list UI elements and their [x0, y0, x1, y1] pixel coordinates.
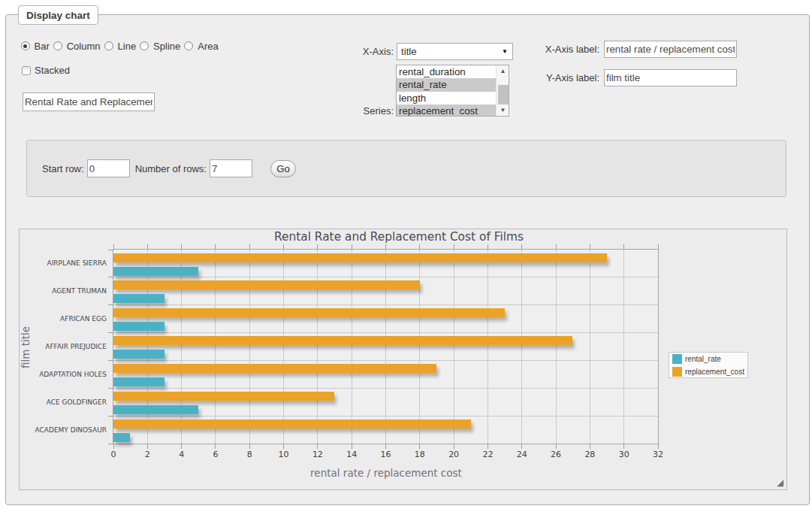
- y-tick-label: ADAPTATION HOLES: [20, 371, 107, 378]
- x-tick-label: 24: [517, 450, 527, 459]
- series-list-label: Series:: [331, 105, 394, 117]
- x-tick-label: 4: [179, 450, 184, 459]
- x-tick-label: 8: [247, 450, 252, 459]
- legend-swatch-replacement_cost: [672, 367, 682, 377]
- axis-tick: [385, 444, 386, 449]
- axis-tick: [108, 250, 113, 250]
- legend-label: replacement_cost: [685, 368, 744, 376]
- gridline-horizontal: [113, 332, 658, 333]
- gridline-horizontal: [113, 277, 658, 277]
- bar-rental_rate: [113, 405, 198, 414]
- axis-tick: [249, 444, 250, 449]
- number-of-rows-label: Number of rows:: [135, 163, 207, 174]
- gridline-vertical: [556, 250, 557, 444]
- axis-tick: [556, 244, 557, 249]
- axis-tick: [488, 444, 488, 449]
- x-tick-label: 18: [415, 450, 425, 459]
- series-option-replacement_cost[interactable]: replacement_cost: [397, 105, 496, 117]
- axis-tick: [181, 244, 182, 249]
- x-tick-label: 12: [312, 450, 323, 459]
- chart-type-radio-group: BarColumnLineSplineArea: [21, 41, 222, 52]
- bar-rental_rate: [113, 350, 165, 359]
- axis-tick: [454, 244, 454, 249]
- chart-type-radio-column[interactable]: Column: [53, 41, 101, 52]
- axis-tick: [521, 444, 522, 449]
- axis-tick: [283, 444, 284, 449]
- gridline-horizontal: [113, 360, 658, 361]
- radio-icon[interactable]: [53, 41, 62, 50]
- resize-grip-icon[interactable]: [777, 480, 784, 487]
- series-option-rental_rate[interactable]: rental_rate: [397, 78, 496, 91]
- x-axis-select-value: title: [397, 46, 502, 57]
- x-axis-title: rental rate / replacement cost: [236, 467, 536, 479]
- chart-type-radio-label: Area: [198, 41, 218, 52]
- scrollbar-thumb[interactable]: [498, 85, 509, 105]
- number-of-rows-input[interactable]: [210, 159, 252, 177]
- scrollbar-up-icon[interactable]: ▲: [497, 65, 509, 77]
- bar-replacement_cost: [113, 420, 471, 429]
- legend-label: rental_rate: [685, 355, 721, 363]
- chart-type-radio-bar[interactable]: Bar: [21, 41, 50, 52]
- axis-tick: [658, 444, 659, 449]
- legend-row: replacement_cost: [672, 367, 744, 377]
- x-tick-label: 2: [145, 450, 150, 459]
- listbox-scrollbar[interactable]: ▲ ▼: [496, 65, 509, 116]
- chart-type-radio-line[interactable]: Line: [104, 41, 137, 52]
- y-axis-label-field-label: Y-Axis label:: [526, 72, 599, 83]
- chart-title: Rental Rate and Replacement Cost of Film…: [211, 230, 587, 244]
- bar-rental_rate: [113, 322, 165, 331]
- chart-type-radio-spline[interactable]: Spline: [140, 41, 180, 52]
- gridline-vertical: [419, 250, 420, 444]
- start-row-input[interactable]: [87, 159, 130, 177]
- gridline-vertical: [590, 250, 590, 444]
- x-axis-select-label: X-Axis:: [331, 46, 394, 57]
- start-row-label: Start row:: [42, 163, 84, 174]
- x-tick-label: 16: [381, 450, 391, 459]
- y-tick-label: AFRICAN EGG: [20, 315, 107, 323]
- axis-tick: [590, 244, 590, 249]
- y-axis-label-input[interactable]: [604, 69, 737, 86]
- radio-icon[interactable]: [184, 41, 193, 50]
- gridline-vertical: [249, 250, 250, 444]
- radio-icon[interactable]: [140, 41, 149, 50]
- axis-tick: [454, 444, 454, 449]
- axis-tick: [556, 444, 557, 449]
- bar-replacement_cost: [113, 364, 436, 373]
- x-axis-select[interactable]: title ▼: [397, 43, 513, 60]
- x-tick-label: 22: [482, 450, 493, 459]
- gridline-horizontal: [113, 304, 658, 305]
- series-listbox[interactable]: rental_durationrental_ratelengthreplacem…: [396, 65, 509, 117]
- axis-tick: [623, 244, 624, 249]
- bar-replacement_cost: [113, 392, 334, 401]
- axis-tick: [108, 304, 113, 305]
- radio-icon[interactable]: [104, 41, 113, 50]
- gridline-vertical: [454, 250, 454, 444]
- chart-container: Rental Rate and Replacement Cost of Film…: [19, 229, 787, 490]
- fieldset-legend: Display chart: [18, 5, 98, 25]
- axis-tick: [249, 244, 250, 249]
- chart-title-input[interactable]: [23, 92, 155, 111]
- gridline-vertical: [181, 250, 182, 444]
- chart-type-radio-area[interactable]: Area: [184, 41, 218, 52]
- bar-rental_rate: [113, 294, 165, 303]
- chart-legend: rental_ratereplacement_cost: [669, 352, 748, 378]
- bar-replacement_cost: [113, 253, 607, 262]
- axis-tick: [385, 244, 386, 249]
- gridline-vertical: [385, 250, 386, 444]
- series-option-rental_duration[interactable]: rental_duration: [397, 65, 496, 78]
- stacked-checkbox[interactable]: [22, 66, 31, 75]
- x-tick-label: 32: [653, 450, 663, 459]
- series-option-length[interactable]: length: [397, 92, 496, 105]
- axis-tick: [181, 444, 182, 449]
- y-tick-label: ACADEMY DINOSAUR: [20, 426, 107, 434]
- radio-icon[interactable]: [21, 41, 30, 50]
- gridline-vertical: [283, 250, 284, 444]
- stacked-label: Stacked: [35, 65, 70, 76]
- y-tick-label: ACE GOLDFINGER: [20, 398, 107, 406]
- go-button[interactable]: Go: [270, 160, 296, 177]
- scrollbar-down-icon[interactable]: ▼: [497, 105, 509, 116]
- x-axis-label-input[interactable]: [604, 41, 737, 58]
- axis-tick: [419, 244, 420, 249]
- axis-tick: [113, 244, 114, 249]
- legend-swatch-rental_rate: [672, 354, 682, 364]
